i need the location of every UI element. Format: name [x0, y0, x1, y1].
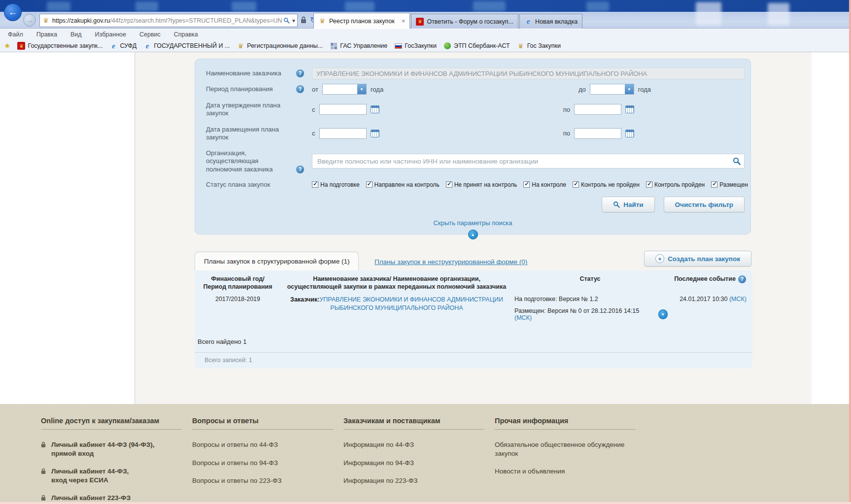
url-host: https://zakupki.gov.ru	[52, 17, 110, 24]
header-period: Финансовый год/ Период планирования	[195, 275, 281, 291]
menu-help[interactable]: Справка	[174, 31, 198, 38]
tab-unstructured-plans[interactable]: Планы закупок в неструктурированной форм…	[374, 258, 527, 266]
address-dropdown-icon[interactable]: ▾	[292, 17, 295, 24]
period-to-label: до	[579, 86, 586, 93]
footer-link-news[interactable]: Новости и объявления	[495, 467, 638, 476]
status-checkbox-proyden[interactable]: ✓Контроль пройден	[646, 181, 705, 188]
favorite-gas-upravlenie[interactable]: ГАС Управление	[330, 42, 387, 50]
tab-title: Реестр планов закупок	[329, 18, 395, 25]
help-icon[interactable]: ?	[738, 275, 746, 283]
footer-link-qa-223fz[interactable]: Вопросы и ответы по 223-ФЗ	[192, 476, 335, 485]
tab-structured-plans[interactable]: Планы закупок в структурированной форме …	[195, 252, 359, 270]
russian-flag-favicon	[395, 43, 402, 49]
period-to-select[interactable]: ▼	[590, 84, 634, 95]
create-plan-label: Создать план закупок	[668, 255, 740, 263]
footer-link-public-discussion[interactable]: Обязательное общественное обсуждение зак…	[495, 440, 638, 458]
publish-date-from-input[interactable]	[319, 128, 367, 139]
result-tabs: Планы закупок в структурированной форме …	[195, 248, 752, 270]
tab-close-icon[interactable]: ×	[402, 17, 406, 25]
hide-search-params-link[interactable]: Скрыть параметры поиска	[434, 219, 512, 227]
create-plan-button[interactable]: + Создать план закупок	[644, 251, 751, 267]
menu-file[interactable]: Файл	[8, 31, 23, 38]
help-icon[interactable]: ?	[296, 85, 304, 93]
period-from-select[interactable]: ▼	[322, 84, 367, 95]
calendar-icon[interactable]	[371, 105, 379, 113]
calendar-icon[interactable]	[371, 130, 379, 137]
status-checkbox-napravlen[interactable]: ✓Направлен на контроль	[366, 181, 440, 188]
customer-link[interactable]: УПРАВЛЕНИЕ ЭКОНОМИКИ И ФИНАНСОВ АДМИНИСТ…	[319, 296, 503, 311]
favorite-sberbank-ast[interactable]: ЭТП Сбербанк-АСТ	[443, 42, 510, 50]
address-bar[interactable]: ♛ https://zakupki.gov.ru/44fz/rpz/search…	[39, 14, 298, 27]
footer-link-lk-44fz-94fz[interactable]: Личный кабинет 44-ФЗ (94-ФЗ), прямой вхо…	[41, 440, 184, 458]
tab-strip: ♛ Реестр планов закупок × ♛ Ответить - Ф…	[313, 13, 582, 29]
favorite-sufd[interactable]: e СУФД	[109, 42, 136, 50]
favorite-label: СУФД	[120, 42, 136, 49]
status-checkbox-na-podgotovke[interactable]: ✓На подготовке	[312, 181, 360, 188]
forward-icon: →	[26, 16, 33, 24]
status-checkbox-razmeshchen[interactable]: ✓Размещен	[711, 181, 748, 188]
tab-forum[interactable]: ♛ Ответить - Форум о госзакуп...	[411, 14, 518, 29]
footer-col-qa: Вопросы и ответы Вопросы и ответы по 44-…	[192, 417, 343, 504]
footer-link-info-44fz[interactable]: Информация по 44-ФЗ	[343, 440, 486, 449]
url-text[interactable]: https://zakupki.gov.ru/44fz/rpz/search.h…	[52, 17, 282, 24]
favorite-registration[interactable]: ♛ Регистрационные данны...	[237, 42, 323, 50]
results-panel: Финансовый год/ Период планирования Наим…	[195, 270, 752, 369]
favorite-gos-zakupki[interactable]: ♛ Государственные закупк...	[17, 42, 102, 50]
approve-date-to-input[interactable]	[574, 104, 621, 115]
tab-new[interactable]: e Новая вкладка	[519, 14, 582, 29]
footer-col-other-info: Прочая информация Обязательное обществен…	[495, 417, 646, 504]
tab-title: Новая вкладка	[535, 18, 578, 25]
tab-title: Ответить - Форум о госзакуп...	[427, 18, 513, 25]
customer-prefix: Заказчик:	[290, 296, 319, 303]
menu-tools[interactable]: Сервис	[139, 31, 161, 38]
year-suffix: года	[371, 86, 383, 93]
ie-favicon: e	[143, 42, 151, 50]
footer-link-qa-94fz[interactable]: Вопросы и ответы по 94-ФЗ	[192, 459, 335, 468]
footer-link-info-94fz[interactable]: Информация по 94-ФЗ	[343, 459, 486, 468]
clear-filter-button[interactable]: Очистить фильтр	[664, 197, 745, 212]
favorite-goszakupki[interactable]: ГосЗакупки	[394, 42, 437, 50]
help-icon[interactable]: ?	[296, 166, 304, 173]
footer-link-lk-44fz-esia[interactable]: Личный кабинет 44-ФЗ, вход через ЕСИА	[41, 467, 184, 484]
favorite-gos-zakupki-2[interactable]: ♛ Гос Закупки	[517, 42, 561, 50]
year-suffix: года	[638, 86, 651, 93]
forum-favicon: ♛	[416, 18, 424, 26]
status-checkbox-ne-prinyat[interactable]: ✓Не принят на контроль	[446, 181, 517, 188]
status-checkbox-ne-proyden[interactable]: ✓Контроль не пройден	[573, 181, 640, 188]
coat-of-arms-favicon: ♛	[517, 42, 525, 50]
footer-col-online-access: Online доступ к закупкам/заказам Личный …	[41, 417, 192, 504]
collapse-panel-arrow-icon[interactable]: ▲	[468, 230, 478, 239]
favorite-label: ГОСУДАРСТВЕННЫЙ И ...	[154, 42, 230, 49]
row-expand-arrow-icon[interactable]: ▼	[658, 309, 668, 319]
calendar-icon[interactable]	[625, 105, 634, 113]
menu-favorites[interactable]: Избранное	[95, 31, 126, 38]
publish-date-to-input[interactable]	[574, 128, 621, 139]
security-lock-icon[interactable]	[301, 16, 306, 24]
url-path: /44fz/rpz/search.html?types=STRUCTURED_P…	[110, 17, 282, 24]
favorites-star-icon[interactable]: ★	[4, 41, 10, 50]
footer-link-info-223fz[interactable]: Информация по 223-ФЗ	[343, 476, 486, 485]
help-icon[interactable]: ?	[296, 69, 304, 77]
forward-button[interactable]: →	[23, 14, 36, 27]
lock-icon	[41, 495, 46, 503]
org-search-input[interactable]	[312, 154, 745, 168]
search-icon[interactable]	[733, 157, 741, 165]
favorite-gosudarstvenny[interactable]: e ГОСУДАРСТВЕННЫЙ И ...	[143, 42, 230, 50]
back-button[interactable]: ←	[4, 3, 22, 21]
site-footer: Online доступ к закупкам/заказам Личный …	[0, 404, 851, 504]
search-icon[interactable]	[283, 17, 290, 24]
search-button[interactable]: Найти	[602, 197, 654, 212]
approve-date-from-input[interactable]	[319, 104, 367, 115]
timezone-link[interactable]: (МСК)	[514, 314, 532, 321]
tab-registry-of-plans[interactable]: ♛ Реестр планов закупок ×	[313, 13, 410, 29]
status-checkbox-na-kontrole[interactable]: ✓На контроле	[523, 181, 566, 188]
timezone-link[interactable]: (МСК)	[729, 296, 747, 302]
header-customer: Наименование заказчика/ Наименование орг…	[281, 275, 512, 291]
footer-link-lk-223fz[interactable]: Личный кабинет 223-ФЗ	[41, 494, 184, 503]
footer-link-qa-44fz[interactable]: Вопросы и ответы по 44-ФЗ	[192, 440, 335, 449]
menu-edit[interactable]: Правка	[36, 31, 57, 38]
menu-view[interactable]: Вид	[70, 31, 82, 38]
customer-name-field[interactable]: УПРАВЛЕНИЕ ЭКОНОМИКИ И ФИНАНСОВ АДМИНИСТ…	[312, 67, 745, 79]
calendar-icon[interactable]	[625, 130, 634, 137]
coat-of-arms-favicon: ♛	[237, 42, 244, 50]
